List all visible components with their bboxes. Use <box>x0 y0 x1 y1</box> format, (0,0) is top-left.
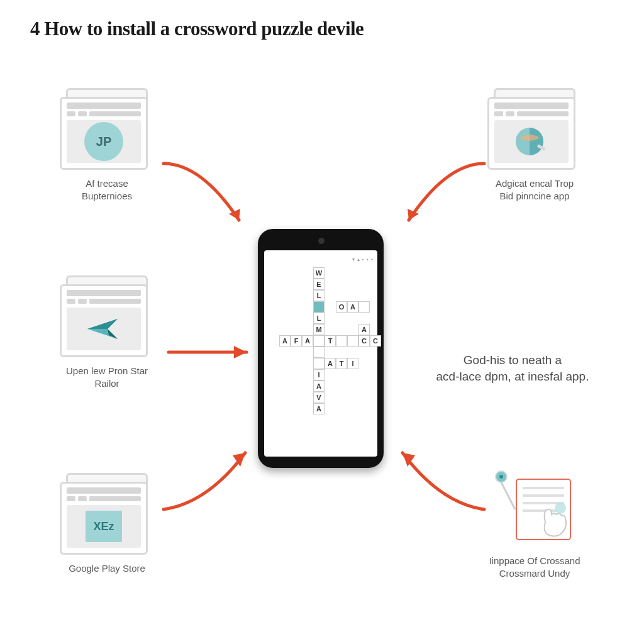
browser-window-icon: JP <box>60 88 154 170</box>
crossword-cell: E <box>313 279 325 290</box>
svg-marker-14 <box>229 209 240 220</box>
crossword-cell: A <box>325 358 336 369</box>
arrow-top-left <box>157 151 264 245</box>
card-caption: Upen lew Pron Star Railor <box>57 365 157 389</box>
crossword-cell: I <box>313 369 325 380</box>
crossword-cell: A <box>358 324 370 335</box>
phone-screen: ▾ ▴ ▪ ▪ ▪ WELLMTIAVAOAAFATACACATI <box>264 250 377 457</box>
svg-marker-17 <box>408 209 419 220</box>
arrow-mid-left <box>164 333 258 371</box>
svg-point-13 <box>555 502 566 514</box>
svg-point-6 <box>499 475 503 479</box>
document-tap-icon <box>487 470 582 546</box>
crossword-cell <box>358 301 370 313</box>
source-card-tap: Iinppace Of Crossand Crossmard Undy <box>478 470 591 579</box>
description-text: God-his to neath a acd-lace dpm, at ines… <box>418 352 607 384</box>
arrow-top-right <box>384 151 491 245</box>
crossword-cell <box>313 347 325 358</box>
crossword-cell: W <box>313 267 325 279</box>
title-number: 4 <box>30 18 40 40</box>
crossword-cell: I <box>347 358 358 369</box>
phone-mockup: ▾ ▴ ▪ ▪ ▪ WELLMTIAVAOAAFATACACATI <box>258 229 384 468</box>
source-card-compass: Adgicat encal Trop Bid pinncine app <box>484 88 585 202</box>
crossword-cell: L <box>313 290 325 301</box>
crossword-cell: L <box>313 313 325 324</box>
svg-marker-1 <box>87 319 118 329</box>
paperplane-icon <box>86 315 121 343</box>
crossword-cell: C <box>370 335 381 347</box>
crossword-cell <box>313 335 325 347</box>
crossword-cell: T <box>325 335 336 347</box>
phone-statusbar: ▾ ▴ ▪ ▪ ▪ <box>268 257 374 262</box>
crossword-cell: M <box>313 324 325 335</box>
crossword-cell: V <box>313 392 325 403</box>
browser-window-icon: XEz <box>60 473 154 555</box>
crossword-grid: WELLMTIAVAOAAFATACACATI <box>268 267 374 443</box>
svg-marker-16 <box>233 453 245 467</box>
crossword-cell <box>313 358 325 369</box>
browser-window-icon <box>60 275 154 357</box>
crossword-cell: A <box>313 403 325 414</box>
card-caption: Adgicat encal Trop Bid pinncine app <box>484 177 585 202</box>
crossword-cell <box>336 335 347 347</box>
crossword-cell <box>347 335 358 347</box>
crossword-cell <box>313 301 325 313</box>
svg-marker-15 <box>234 346 247 358</box>
crossword-cell: C <box>358 335 370 347</box>
title-text: How to install a crossword puzzle devile <box>44 18 364 40</box>
svg-line-7 <box>501 482 515 509</box>
xez-badge: XEz <box>86 511 122 542</box>
browser-window-icon <box>487 88 582 170</box>
crossword-cell: F <box>291 335 302 347</box>
crossword-cell: A <box>347 301 358 313</box>
arrow-bot-right <box>384 440 491 522</box>
svg-marker-2 <box>108 329 118 339</box>
card-caption: Google Play Store <box>57 562 157 575</box>
source-card-jp: JP Af trecase Bupternioes <box>57 88 157 202</box>
source-card-xez: XEz Google Play Store <box>57 473 157 575</box>
source-card-paperplane: Upen lew Pron Star Railor <box>57 275 157 389</box>
crossword-cell: A <box>279 335 291 347</box>
crossword-cell: A <box>313 380 325 392</box>
svg-marker-18 <box>402 453 415 467</box>
crossword-cell: T <box>336 358 347 369</box>
crossword-cell: O <box>336 301 347 313</box>
page-title: 4 How to install a crossword puzzle devi… <box>30 18 364 40</box>
arrow-bot-left <box>157 440 264 522</box>
jp-badge: JP <box>84 122 123 161</box>
globe-icon <box>513 125 550 158</box>
card-caption: Iinppace Of Crossand Crossmard Undy <box>478 555 591 579</box>
card-caption: Af trecase Bupternioes <box>57 177 157 202</box>
crossword-cell: A <box>302 335 313 347</box>
